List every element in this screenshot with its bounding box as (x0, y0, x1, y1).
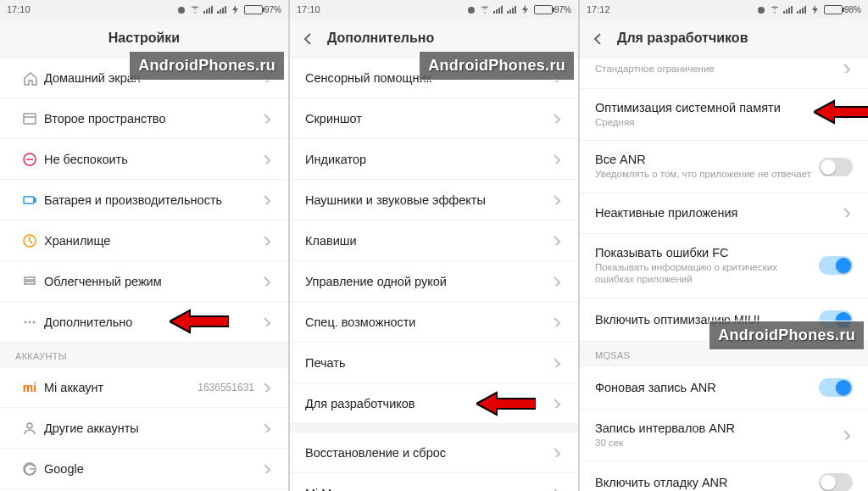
chevron-right-icon (261, 152, 273, 167)
alarm-icon (466, 4, 476, 14)
row-lite-mode[interactable]: Облегченный режим (0, 261, 288, 302)
dnd-icon (15, 152, 44, 167)
toggle-switch[interactable] (819, 378, 853, 397)
chevron-right-icon (261, 192, 273, 208)
chevron-right-icon (551, 396, 563, 411)
status-bar: 17:12 98% (580, 0, 868, 19)
row-mi-account[interactable]: mi Mi аккаунт 1636551631 (0, 367, 288, 408)
chevron-right-icon (261, 461, 273, 477)
row-label: Запись интервалов ANR (595, 421, 841, 435)
chevron-right-icon (261, 274, 273, 289)
chevron-right-icon (261, 380, 273, 395)
back-button[interactable] (592, 32, 609, 44)
watermark: AndroidPhones.ru (129, 51, 285, 81)
chevron-right-icon (551, 274, 563, 289)
toggle-switch[interactable] (819, 473, 853, 491)
lite-icon (15, 274, 44, 289)
row-memory-opt[interactable]: Оптимизация системной памяти Средняя (580, 89, 868, 141)
row-label: Показывать ошибки FC (595, 246, 819, 259)
row-anr-bg-record[interactable]: Фоновая запись ANR (580, 366, 868, 410)
status-time: 17:10 (297, 4, 320, 14)
alarm-icon (756, 4, 766, 14)
home-icon (15, 70, 44, 86)
row-headphones[interactable]: Наушники и звуковые эффекты (290, 180, 578, 220)
charging-icon (810, 4, 821, 14)
page-header: Для разработчиков (580, 19, 868, 58)
back-button[interactable] (302, 32, 319, 44)
section-accounts: АККАУНТЫ (0, 343, 288, 367)
row-label: Дополнительно (44, 315, 261, 329)
section-gap (290, 424, 578, 432)
row-label: Неактивные приложения (595, 206, 841, 220)
row-developer-options[interactable]: Для разработчиков (290, 383, 578, 424)
person-icon (15, 421, 44, 436)
charging-icon (520, 4, 531, 14)
row-fc-errors[interactable]: Показывать ошибки FC Показывать информац… (580, 234, 868, 299)
row-mi-mover[interactable]: Mi Mover (290, 473, 578, 491)
row-label: Наушники и звуковые эффекты (305, 193, 551, 207)
watermark: AndroidPhones.ru (419, 51, 575, 81)
row-storage[interactable]: Хранилище (0, 220, 288, 261)
row-screenshot[interactable]: Скриншот (290, 98, 578, 139)
signal-icon (203, 4, 214, 14)
page-title: Для разработчиков (617, 31, 748, 46)
wifi-icon (190, 4, 200, 14)
toggle-switch[interactable] (819, 158, 853, 176)
row-label: Печать (305, 356, 551, 370)
row-sub: Уведомлять о том, что приложение не отве… (595, 168, 819, 180)
dev-list: Стандартное ограничение Оптимизация сист… (580, 58, 868, 491)
watermark: AndroidPhones.ru (709, 321, 865, 350)
row-std-limit[interactable]: Стандартное ограничение (580, 58, 868, 89)
status-time: 17:12 (587, 4, 610, 14)
window-icon (15, 111, 44, 126)
chevron-right-icon (551, 445, 563, 460)
status-icons: 97% (466, 4, 571, 14)
row-label: Управление одной рукой (305, 275, 551, 288)
row-other-accounts[interactable]: Другие аккаунты (0, 408, 288, 449)
row-sub: Показывать информацию о критических ошиб… (595, 261, 819, 286)
row-one-hand[interactable]: Управление одной рукой (290, 261, 578, 302)
row-inactive-apps[interactable]: Неактивные приложения (580, 193, 868, 234)
toggle-switch[interactable] (819, 256, 853, 275)
chevron-right-icon (261, 421, 273, 436)
row-label: Mi аккаунт (44, 381, 198, 394)
row-accessibility[interactable]: Спец. возможности (290, 302, 578, 343)
status-icons: 98% (756, 4, 861, 14)
chevron-right-icon (841, 61, 853, 76)
battery-text: 97% (264, 5, 281, 14)
row-label: Спец. возможности (305, 315, 551, 329)
row-all-anr[interactable]: Все ANR Уведомлять о том, что приложение… (580, 141, 868, 192)
row-sub: 30 сек (595, 437, 841, 449)
battery-text: 97% (554, 5, 571, 14)
row-label: Google (44, 462, 261, 476)
row-anr-debug[interactable]: Включить отладку ANR (580, 461, 868, 491)
row-additional[interactable]: Дополнительно (0, 302, 288, 343)
more-icon (15, 315, 44, 330)
row-label: Все ANR (595, 153, 819, 166)
battery-icon (15, 192, 44, 208)
row-label: Индикатор (305, 153, 551, 166)
row-anr-interval[interactable]: Запись интервалов ANR 30 сек (580, 410, 868, 461)
row-print[interactable]: Печать (290, 343, 578, 383)
row-second-space[interactable]: Второе пространство (0, 98, 288, 139)
charging-icon (231, 4, 241, 14)
chevron-right-icon (261, 233, 273, 248)
row-label: Для разработчиков (305, 397, 551, 410)
status-time: 17:10 (7, 4, 31, 14)
row-dnd[interactable]: Не беспокоить (0, 139, 288, 180)
battery-text: 98% (844, 5, 861, 14)
row-keys[interactable]: Клавиши (290, 220, 578, 261)
signal-icon (797, 4, 807, 14)
row-google[interactable]: Google (0, 449, 288, 489)
wifi-icon (480, 4, 490, 14)
row-label: Фоновая запись ANR (595, 381, 819, 394)
page-title: Дополнительно (327, 31, 434, 46)
row-indicator[interactable]: Индикатор (290, 139, 578, 180)
row-label: Mi Mover (305, 487, 551, 492)
battery-indicator: 98% (824, 5, 861, 14)
signal-icon (783, 4, 793, 14)
chevron-right-icon (551, 355, 563, 371)
row-battery-perf[interactable]: Батарея и производительность (0, 180, 288, 220)
row-reset[interactable]: Восстановление и сброс (290, 432, 578, 473)
phone-settings: 17:10 97% Настройки AndroidPhones.ru Дом… (0, 0, 288, 491)
